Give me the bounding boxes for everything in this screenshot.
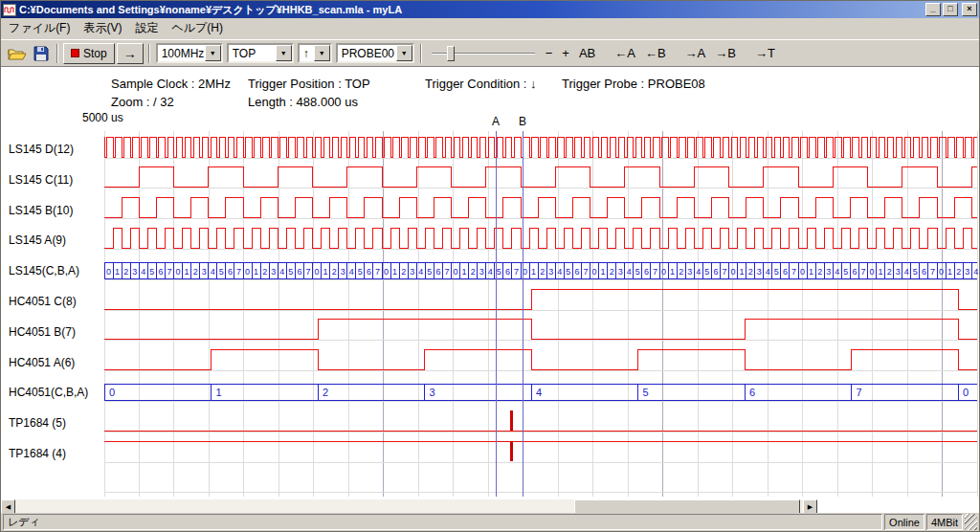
- bus-value: 3: [965, 267, 969, 277]
- scroll-right-button[interactable]: ▶: [803, 499, 817, 513]
- channel-label: HC4051 C(8): [9, 295, 77, 308]
- trigger-edge-select[interactable]: ↑ ▼: [298, 43, 332, 63]
- bus-value: 3: [618, 267, 623, 277]
- bus-value: 0: [106, 267, 111, 277]
- bus-value: 4: [904, 267, 909, 277]
- bus-value: 3: [896, 267, 901, 277]
- goto-trigger-button[interactable]: →T: [750, 44, 780, 62]
- bus-value: 7: [857, 387, 862, 398]
- bus-value: 0: [176, 267, 181, 277]
- bus-value: 2: [956, 267, 961, 277]
- channel-label: HC4051 A(6): [9, 356, 75, 369]
- status-memory: 4MBit: [926, 514, 963, 530]
- waveform: [104, 320, 977, 340]
- goto-b-prev-button[interactable]: ←B: [640, 44, 671, 62]
- waveform: [104, 228, 977, 248]
- probe-select-value: PROBE00: [338, 47, 396, 60]
- zoom-out-button[interactable]: −: [541, 44, 558, 62]
- ab-range-button[interactable]: AB: [574, 44, 600, 62]
- zoom-in-button[interactable]: +: [557, 44, 574, 62]
- scroll-left-button[interactable]: ◀: [1, 499, 15, 513]
- bus-value: 2: [679, 267, 683, 277]
- waveform-display[interactable]: LS145 D(12)LS145 C(11)LS145 B(10)LS145 A…: [1, 67, 979, 513]
- menu-help[interactable]: ヘルプ(H): [165, 18, 230, 39]
- bus-value: 7: [167, 267, 171, 277]
- slider-thumb[interactable]: [447, 46, 455, 61]
- bus-value: 7: [722, 267, 726, 277]
- bus-value: 2: [748, 267, 753, 277]
- bus-value: 6: [435, 267, 440, 277]
- bus-value: 5: [566, 267, 570, 277]
- bus-value: 3: [826, 267, 831, 277]
- goto-b-next-button[interactable]: →B: [710, 44, 741, 62]
- scrollbar-thumb[interactable]: [574, 499, 800, 513]
- bus-value: 6: [644, 267, 649, 277]
- bus-value: 0: [109, 387, 115, 398]
- waveform: [104, 198, 977, 218]
- bus-value: 5: [427, 267, 432, 277]
- bus-value: 1: [670, 267, 675, 277]
- run-button[interactable]: →: [117, 43, 144, 64]
- scrollbar-track[interactable]: [15, 499, 803, 513]
- marker-label-A[interactable]: A: [492, 115, 500, 128]
- bus-value: 1: [601, 267, 606, 277]
- dropdown-arrow-icon[interactable]: ▼: [314, 45, 330, 61]
- bus-value: 5: [913, 267, 918, 277]
- maximize-button[interactable]: □: [943, 3, 958, 16]
- trigger-position-value: TOP: [229, 47, 276, 60]
- bus-value: 3: [202, 267, 207, 277]
- toolbar-separator: [56, 44, 58, 63]
- bus-value: 4: [141, 267, 145, 277]
- bus-value: 6: [158, 267, 163, 277]
- bus-value: 2: [323, 387, 328, 398]
- bus-value: 4: [349, 267, 354, 277]
- bus-value: 0: [963, 387, 969, 398]
- bus-value: 0: [315, 267, 320, 277]
- horizontal-scrollbar[interactable]: ◀ ▶: [1, 499, 817, 513]
- channel-label: LS145 B(10): [9, 204, 73, 217]
- trigger-position-select[interactable]: TOP ▼: [227, 43, 294, 63]
- bus-value: 7: [444, 267, 449, 277]
- zoom-slider[interactable]: [432, 44, 535, 63]
- bus-value: 4: [488, 267, 493, 277]
- clock-select[interactable]: 100MHz ▼: [156, 43, 223, 63]
- resize-grip[interactable]: [965, 514, 977, 530]
- bus-value: 7: [236, 267, 241, 277]
- bus-value: 4: [418, 267, 423, 277]
- dropdown-arrow-icon[interactable]: ▼: [396, 45, 412, 61]
- bus-value: 6: [783, 267, 788, 277]
- status-ready: レディ: [3, 514, 882, 530]
- channel-label: LS145(C,B,A): [9, 264, 79, 277]
- close-button[interactable]: ×: [962, 3, 977, 16]
- dropdown-arrow-icon[interactable]: ▼: [205, 45, 221, 61]
- bus-value: 2: [610, 267, 614, 277]
- bus-value: 5: [774, 267, 779, 277]
- dropdown-arrow-icon[interactable]: ▼: [276, 45, 292, 61]
- save-button[interactable]: [30, 43, 52, 64]
- bus-value: 2: [887, 267, 892, 277]
- channel-label: TP1684 (4): [9, 447, 66, 460]
- bus-value: 7: [583, 267, 588, 277]
- bus-value: 4: [279, 267, 284, 277]
- minimize-button[interactable]: _: [925, 3, 941, 16]
- bus-value: 1: [947, 267, 952, 277]
- bus-value: 5: [843, 267, 848, 277]
- title-bar[interactable]: C:¥Documents and Settings¥noname¥デスクトップ¥…: [1, 1, 979, 18]
- menu-file[interactable]: ファイル(F): [2, 18, 77, 39]
- marker-label-B[interactable]: B: [519, 115, 526, 128]
- stop-button-label: Stop: [83, 47, 107, 60]
- bus-value: 1: [216, 387, 222, 398]
- bus-value: 6: [713, 267, 718, 277]
- bus-value: 4: [766, 267, 770, 277]
- stop-button[interactable]: Stop: [63, 43, 115, 64]
- bus-value: 7: [791, 267, 796, 277]
- goto-a-prev-button[interactable]: ←A: [610, 44, 640, 62]
- menu-settings[interactable]: 設定: [128, 18, 165, 39]
- bus-value: 2: [817, 267, 822, 277]
- goto-a-next-button[interactable]: →A: [680, 44, 711, 62]
- bus-value: 7: [514, 267, 519, 277]
- bus-value: 2: [123, 267, 128, 277]
- probe-select[interactable]: PROBE00 ▼: [336, 43, 414, 63]
- open-button[interactable]: [6, 43, 28, 64]
- menu-view[interactable]: 表示(V): [77, 18, 128, 39]
